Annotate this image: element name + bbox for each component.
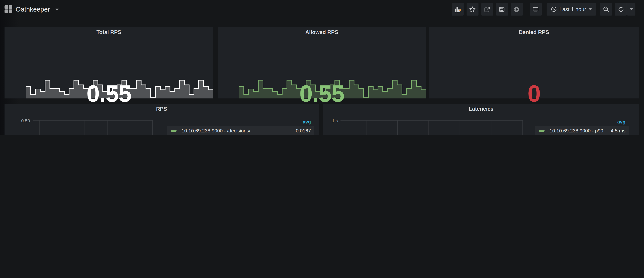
stat-panel-total-rps: Total RPS 0.55: [4, 27, 213, 98]
time-range-label: Last 1 hour: [559, 6, 586, 12]
latencies-chart-panel: Latencies avg 10.10.69.238:9000 - p904.5…: [323, 104, 639, 135]
gear-icon: [513, 5, 520, 13]
refresh-button[interactable]: [615, 3, 627, 15]
tv-icon: [532, 6, 539, 12]
grid-square: [4, 5, 8, 9]
refresh-interval-button[interactable]: [627, 3, 635, 15]
refresh-icon: [618, 6, 624, 12]
y-tick-label: 0.50: [6, 118, 30, 123]
panel-title[interactable]: Allowed RPS: [218, 29, 426, 35]
cycle-view-button[interactable]: [530, 3, 542, 15]
stat-value: 0.55: [4, 81, 213, 106]
panel-title[interactable]: Denied RPS: [429, 29, 639, 35]
time-picker-caret-icon: [588, 8, 592, 10]
toolbar: Last 1 hour: [452, 3, 636, 15]
legend-row[interactable]: 10.10.69.238:9000 - /decisions/0.0167: [167, 126, 314, 135]
grafana-dashboard: Oathkeeper: [0, 0, 644, 135]
grid-square: [8, 9, 12, 13]
app-header: Oathkeeper: [0, 0, 644, 18]
zoom-out-icon: [603, 6, 609, 12]
panel-title[interactable]: Latencies: [323, 106, 639, 112]
stat-panel-denied-rps: Denied RPS 0: [429, 27, 639, 98]
stat-value: 0.55: [218, 81, 426, 106]
legend-series-name[interactable]: 10.10.69.238:9000 - p90: [550, 128, 611, 134]
clock-icon: [551, 6, 557, 12]
rps-chart-panel: RPS avg 10.10.69.238:9000 - /decisions/0…: [4, 104, 319, 135]
y-tick-label: 1 s: [323, 118, 338, 123]
legend-swatch[interactable]: [171, 130, 177, 132]
panel-title[interactable]: Total RPS: [4, 29, 213, 35]
add-panel-icon: [454, 6, 461, 12]
time-picker-button[interactable]: Last 1 hour: [547, 3, 596, 15]
panel-title[interactable]: RPS: [4, 106, 319, 112]
legend-avg-column-header[interactable]: avg: [167, 119, 314, 126]
star-button[interactable]: [466, 3, 478, 15]
refresh-interval-caret-icon: [630, 8, 633, 10]
legend-row[interactable]: 10.10.69.238:9000 - p904.5 ms: [535, 126, 629, 135]
legend-avg-column-header[interactable]: avg: [535, 119, 629, 126]
grid-square: [8, 5, 12, 9]
add-panel-button[interactable]: [452, 3, 464, 15]
latencies-legend: avg 10.10.69.238:9000 - p904.5 ms10.10.6…: [535, 119, 629, 135]
dashboard-title-caret-icon[interactable]: [56, 8, 58, 10]
legend-avg-value: 0.0167: [296, 128, 314, 134]
rps-legend: avg 10.10.69.238:9000 - /decisions/0.016…: [167, 119, 314, 135]
share-icon: [484, 6, 490, 12]
save-button[interactable]: [496, 3, 508, 15]
legend-series-name[interactable]: 10.10.69.238:9000 - /decisions/: [182, 128, 296, 134]
grid-square: [4, 9, 8, 13]
dashboard-title[interactable]: Oathkeeper: [16, 0, 50, 18]
settings-button[interactable]: [511, 3, 523, 15]
star-icon: [469, 6, 476, 12]
stat-value: 0: [429, 81, 639, 106]
dashboard-picker-grid-icon[interactable]: [4, 5, 12, 13]
save-icon: [499, 6, 506, 12]
legend-swatch[interactable]: [539, 130, 545, 132]
legend-avg-value: 4.5 ms: [611, 128, 629, 134]
stat-panel-allowed-rps: Allowed RPS 0.55: [218, 27, 426, 98]
zoom-out-button[interactable]: [600, 3, 612, 15]
share-button[interactable]: [481, 3, 493, 15]
